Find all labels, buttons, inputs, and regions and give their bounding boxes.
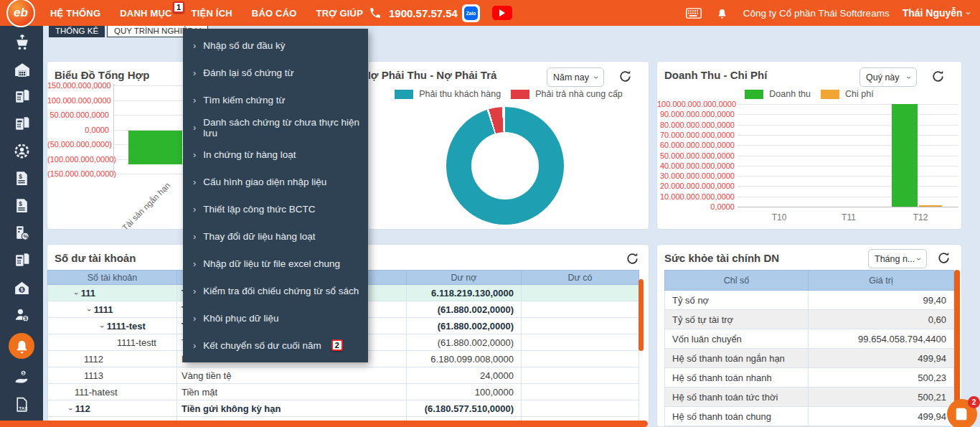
hand-coin-icon[interactable]: $	[12, 368, 31, 386]
col-debit[interactable]: Dư nợ	[407, 271, 522, 285]
tax-document-icon[interactable]: TAX	[12, 395, 31, 413]
legend-label: Chi phí	[845, 89, 874, 99]
zalo-icon[interactable]: Zalo	[462, 4, 480, 22]
customer-money-icon[interactable]: $	[12, 306, 31, 324]
invoice-calculator-icon[interactable]	[12, 88, 31, 105]
debit-cell: 100,0000	[407, 384, 522, 400]
col-account[interactable]: Số tài khoản	[48, 271, 177, 285]
sidebar: $$%$$$TAX	[0, 26, 43, 427]
sales-invoice-icon-2[interactable]: $	[12, 197, 31, 215]
table-row[interactable]: Hệ số thanh toán chung499,94	[665, 407, 954, 426]
refresh-button[interactable]	[618, 70, 633, 84]
calculator-document-icon[interactable]	[12, 251, 31, 269]
user-settings-gear-icon[interactable]	[12, 142, 31, 160]
horizontal-scrollbar[interactable]	[0, 421, 648, 427]
menu-item[interactable]: ›Nhập số dư đầu kỳ	[183, 32, 368, 60]
chevron-expand-icon[interactable]: ›	[72, 292, 81, 295]
chevron-expand-icon[interactable]: ›	[85, 309, 94, 311]
y-tick-label: 60.000.000.000,0000	[657, 141, 735, 149]
chevron-right-icon: ›	[193, 40, 196, 51]
menu-item-label: Kiểm tra đối chiếu chứng từ sổ sách	[203, 286, 359, 296]
col-gia-tri[interactable]: Giá trị	[809, 271, 954, 291]
value-cell: 500,23	[809, 368, 954, 388]
value-cell: 499,94	[809, 407, 954, 426]
table-row[interactable]: Tỷ số tự tài trợ0,60	[665, 310, 954, 329]
youtube-icon[interactable]	[492, 6, 512, 20]
menu-item[interactable]: ›Khôi phục dữ liệu	[183, 304, 368, 332]
y-tick-label: 10.000.000.000,0000	[657, 192, 735, 201]
nav-item-tien-ich[interactable]: TIỆN ÍCH	[192, 8, 232, 19]
x-label-T10: T10	[758, 212, 801, 222]
nav-item-tro-giup[interactable]: TRỢ GIÚP	[316, 8, 363, 19]
refresh-button[interactable]	[931, 70, 946, 84]
credit-cell	[522, 400, 639, 417]
y-tick-label: 50.000.000.000,0000	[657, 151, 735, 160]
menu-item[interactable]: ›Kết chuyển số dư cuối năm2	[183, 332, 368, 359]
health-period-select[interactable]: Tháng n...›	[868, 249, 927, 268]
account-cell: 1112	[48, 351, 177, 367]
table-row[interactable]: Hệ số thanh toán nhanh500,23	[665, 368, 954, 388]
refresh-button[interactable]	[626, 252, 640, 266]
menu-item[interactable]: ›Kiểm tra đối chiếu chứng từ sổ sách	[183, 277, 368, 304]
sales-invoice-icon[interactable]: $	[12, 169, 31, 187]
balances-vertical-scrollbar[interactable]	[639, 279, 644, 351]
bar-chi-phi-t12[interactable]	[919, 205, 942, 207]
notifications-bell-icon[interactable]	[715, 6, 730, 19]
chevron-expand-icon[interactable]: ›	[67, 408, 75, 410]
indicator-cell: Tỷ số nợ	[665, 291, 809, 310]
bar-tai-san-ngan-han[interactable]	[128, 131, 182, 164]
balances-title: Số dư tài khoản	[55, 252, 136, 264]
debt-period-select[interactable]: Năm nay›	[547, 67, 604, 87]
y-tick-label: 90.000.000.000,0000	[657, 110, 735, 118]
menu-item[interactable]: ›Cấu hình giao diện nhập liệu	[183, 169, 368, 196]
discount-document-icon[interactable]: %	[12, 224, 31, 242]
y-tick-label: (50.000.000,0000)	[47, 140, 109, 149]
notifications-bell-icon[interactable]	[9, 333, 34, 359]
user-menu[interactable]: Thái Nguyễn ›	[903, 7, 970, 19]
warehouse-icon[interactable]	[12, 60, 31, 78]
menu-item-label: Nhập số dư đầu kỳ	[203, 40, 285, 51]
menu-item[interactable]: ›Danh sách chứng từ chưa thực hiện lưu	[183, 114, 368, 141]
bar-doanh-thu-t12[interactable]	[892, 104, 918, 207]
debt-chart-card: Nợ Phải Thu - Nợ Phải Trả Năm nay› Phải …	[368, 61, 649, 230]
legend-swatch	[511, 90, 529, 99]
menu-item[interactable]: ›Đánh lại số chứng từ	[183, 60, 368, 87]
nav-item-danh-muc[interactable]: DANH MỤC	[120, 8, 171, 19]
shortcut-badge-1: 1	[173, 1, 184, 13]
table-row[interactable]: 1113Vàng tiền tệ24,0000	[48, 367, 639, 384]
menu-item[interactable]: ›Thay đổi dữ liệu hàng loạt	[183, 222, 368, 250]
menu-item[interactable]: ›Tìm kiếm chứng từ	[183, 87, 368, 114]
table-row[interactable]: Vốn luân chuyển99.654.058.794,4400	[665, 329, 954, 349]
table-row[interactable]: Hệ số thanh toán ngắn hạn499,94	[665, 349, 954, 368]
main-menu: HỆ THỐNGDANH MỤCTIỆN ÍCHBÁO CÁOTRỢ GIÚP	[50, 0, 363, 26]
svg-text:TAX: TAX	[19, 405, 28, 410]
table-row[interactable]: ›112Tiền gửi không kỳ hạn(6.180.577.510,…	[48, 400, 639, 417]
col-credit[interactable]: Dư có	[522, 271, 639, 285]
chevron-right-icon: ›	[193, 204, 196, 215]
keyboard-icon[interactable]	[686, 6, 702, 19]
menu-item[interactable]: ›In chứng từ hàng loạt	[183, 141, 368, 169]
nav-item-bao-cao[interactable]: BÁO CÁO	[252, 8, 297, 19]
menu-item[interactable]: ›Nhập dữ liệu từ file excel chung	[183, 250, 368, 277]
table-row[interactable]: 111-hatestTiền mặt100,0000	[48, 384, 639, 400]
chevron-right-icon: ›	[193, 340, 196, 351]
indicator-cell: Hệ số thanh toán ngắn hạn	[665, 349, 809, 368]
cart-export-icon[interactable]	[12, 33, 31, 51]
chevron-expand-icon[interactable]: ›	[98, 325, 107, 328]
nav-item-he-thong[interactable]: HỆ THỐNG	[50, 8, 100, 19]
menu-item-label: Cấu hình giao diện nhập liệu	[203, 177, 326, 187]
col-chi-so[interactable]: Chỉ số	[665, 271, 809, 291]
refresh-button[interactable]	[937, 251, 951, 266]
x-label-T11: T11	[827, 212, 870, 222]
chevron-right-icon: ›	[193, 149, 196, 160]
app-logo[interactable]: eb	[6, 0, 35, 27]
invoice-calculator-icon-2[interactable]	[12, 115, 31, 133]
revenue-period-select[interactable]: Quý này›	[859, 67, 917, 87]
account-cell: 111-hatest	[48, 384, 177, 400]
credit-cell	[522, 351, 639, 367]
table-row[interactable]: Hệ số thanh toán tức thời500,21	[665, 388, 954, 407]
menu-item[interactable]: ›Thiết lập công thức BCTC	[183, 196, 368, 223]
table-row[interactable]: Tỷ số nợ99,40	[665, 291, 954, 310]
home-finance-icon[interactable]: $	[12, 278, 31, 296]
legend-item: Chi phí	[821, 89, 874, 99]
